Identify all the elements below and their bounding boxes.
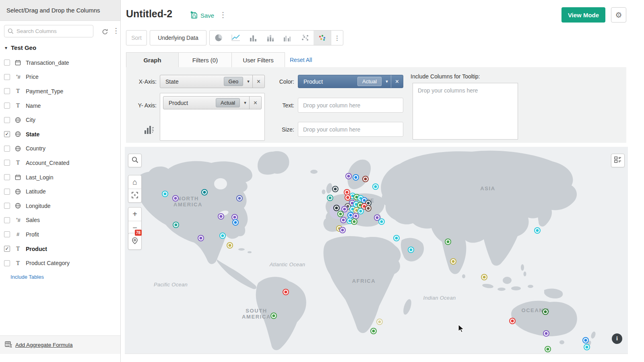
map-point[interactable] <box>238 197 241 200</box>
map-point[interactable] <box>346 191 349 194</box>
map-point[interactable] <box>164 193 167 195</box>
map-point[interactable] <box>452 260 455 263</box>
map-point[interactable] <box>347 205 349 208</box>
settings-button[interactable]: ⚙ <box>611 7 626 23</box>
sort-button[interactable]: Sort <box>126 30 147 45</box>
remove-icon[interactable]: × <box>391 75 403 88</box>
map-point[interactable] <box>547 348 549 351</box>
map-point[interactable] <box>351 208 354 211</box>
map-point[interactable] <box>341 229 344 232</box>
map-point[interactable] <box>376 216 379 219</box>
map-point[interactable] <box>335 207 338 210</box>
map-point[interactable] <box>363 199 366 202</box>
map-point[interactable] <box>353 220 356 223</box>
map-point[interactable] <box>221 234 224 237</box>
add-aggregate-formula-link[interactable]: Add Aggregate Formula <box>15 342 73 348</box>
column-checkbox[interactable] <box>4 189 10 195</box>
map-point[interactable] <box>372 330 375 333</box>
grouped-bar-chart-icon[interactable] <box>279 31 296 45</box>
line-chart-icon[interactable] <box>227 31 244 45</box>
refresh-icon[interactable] <box>101 27 109 36</box>
map-point[interactable] <box>351 195 354 197</box>
column-row[interactable]: +#Price <box>0 70 120 84</box>
map-point[interactable] <box>349 220 351 222</box>
size-drop-zone[interactable]: Drop your column here <box>298 122 403 137</box>
map-point[interactable] <box>339 213 342 216</box>
map-point[interactable] <box>355 196 358 199</box>
map-point[interactable] <box>343 208 346 211</box>
column-row[interactable]: +#Sales <box>0 213 120 228</box>
tab-user-filters[interactable]: User Filters <box>231 52 285 68</box>
map-point[interactable] <box>355 209 358 212</box>
column-checkbox[interactable] <box>4 231 10 237</box>
include-tables-link[interactable]: Include Tables <box>10 274 44 280</box>
map-point[interactable] <box>380 220 383 223</box>
stacked-bar-chart-icon[interactable] <box>262 31 279 45</box>
map-point[interactable] <box>347 196 349 199</box>
map-point[interactable] <box>395 237 398 240</box>
column-row[interactable]: ✓TProduct <box>0 242 120 256</box>
map-point[interactable] <box>355 203 358 206</box>
column-checkbox[interactable] <box>4 260 10 266</box>
column-row[interactable]: Last_Login <box>0 170 120 185</box>
remove-icon[interactable]: × <box>249 97 261 109</box>
underlying-data-button[interactable]: Underlying Data <box>150 30 206 45</box>
y-axis-chip[interactable]: Product Actual ▾ × <box>163 96 262 109</box>
column-row[interactable]: Country <box>0 142 120 156</box>
column-row[interactable]: TProduct Category <box>0 256 120 270</box>
map-point[interactable] <box>355 176 357 179</box>
map-info-button[interactable]: i <box>612 333 622 344</box>
map-point[interactable] <box>347 175 350 178</box>
map-point[interactable] <box>174 197 177 200</box>
map-point[interactable] <box>220 215 223 218</box>
map-point[interactable] <box>586 346 588 349</box>
map-point[interactable] <box>367 202 370 205</box>
column-row[interactable]: TAccount_Created <box>0 156 120 170</box>
map-point[interactable] <box>349 214 352 217</box>
chevron-down-icon[interactable]: ▾ <box>244 79 252 84</box>
map-point[interactable] <box>359 204 362 207</box>
column-checkbox[interactable] <box>4 203 10 209</box>
y-axis-drop-zone[interactable]: Product Actual ▾ × <box>160 93 265 141</box>
map-point[interactable] <box>359 210 362 213</box>
map-point[interactable] <box>511 320 514 323</box>
color-chip[interactable]: Product Actual ▾ × <box>298 75 403 88</box>
column-checkbox[interactable] <box>4 88 10 94</box>
title-menu-icon[interactable]: ⋮ <box>219 10 226 19</box>
map-home-button[interactable]: ⌂ <box>128 175 141 189</box>
y-axis-mode-chip[interactable]: Actual <box>216 98 240 107</box>
map-point[interactable] <box>203 191 206 194</box>
tooltip-drop-zone[interactable]: Drop your columns here <box>413 83 518 140</box>
map-point[interactable] <box>229 244 231 247</box>
column-checkbox[interactable] <box>4 60 10 66</box>
column-row[interactable]: #Profit <box>0 227 120 242</box>
map-point[interactable] <box>200 237 202 240</box>
map-frame-button[interactable] <box>128 189 141 202</box>
map-point[interactable] <box>285 291 287 294</box>
scatter-chart-icon[interactable] <box>296 31 314 45</box>
map-point[interactable] <box>545 332 548 335</box>
map-point[interactable] <box>584 339 587 342</box>
column-row[interactable]: TPayment_Type <box>0 84 120 99</box>
map-point[interactable] <box>338 227 341 230</box>
column-checkbox[interactable] <box>4 217 10 223</box>
column-checkbox[interactable] <box>4 174 10 180</box>
map-point[interactable] <box>175 224 178 226</box>
column-row[interactable]: City <box>0 113 120 127</box>
map-point[interactable] <box>367 207 370 210</box>
column-checkbox[interactable] <box>4 146 10 152</box>
table-group-toggle[interactable]: ▾ Test Geo <box>5 44 36 51</box>
map-point[interactable] <box>233 216 236 219</box>
map-point[interactable] <box>374 185 377 188</box>
bar-chart-icon[interactable] <box>244 31 262 45</box>
map-search-button[interactable] <box>128 154 142 167</box>
column-row[interactable]: TName <box>0 99 120 113</box>
column-checkbox[interactable] <box>4 160 10 166</box>
remove-icon[interactable]: × <box>252 75 264 88</box>
toolbar-menu-icon[interactable]: ⋮ <box>331 31 343 45</box>
map-point[interactable] <box>544 311 547 313</box>
map-point[interactable] <box>359 197 362 200</box>
map-chart-icon[interactable] <box>314 31 331 45</box>
color-mode-chip[interactable]: Actual <box>357 77 382 86</box>
column-row[interactable]: Latitude <box>0 184 120 199</box>
